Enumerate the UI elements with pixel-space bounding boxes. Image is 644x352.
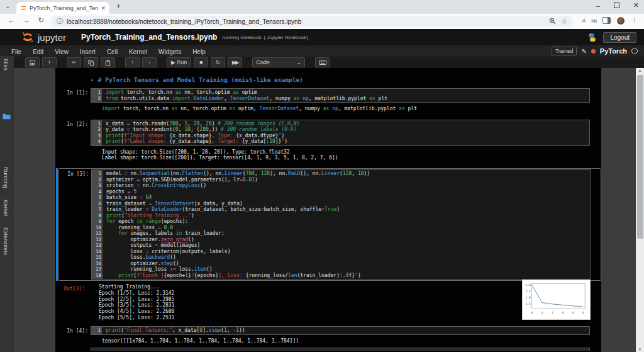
kernel-name[interactable]: PyTorch: [600, 47, 627, 55]
restart-kernel-button[interactable]: ↻: [211, 57, 225, 67]
restart-run-all-button[interactable]: ▶▶: [228, 57, 242, 67]
menu-item-cell[interactable]: Cell: [107, 48, 118, 55]
zoom-icon[interactable]: [549, 16, 556, 27]
menu-item-widgets[interactable]: Widgets: [158, 48, 181, 55]
reload-icon[interactable]: ↻: [38, 16, 44, 25]
back-icon[interactable]: ←: [8, 16, 15, 25]
site-info-icon[interactable]: ⓘ: [57, 17, 63, 26]
profile-avatar[interactable]: [617, 17, 625, 25]
code-text[interactable]: import torch, torch.nn as nn, torch.opti…: [102, 89, 589, 102]
input-prompt: In [1]:: [55, 88, 88, 96]
address-bar[interactable]: ⓘ localhost:8888/notebooks/notetoock_tra…: [52, 16, 572, 27]
code-text[interactable]: model = nn.Sequential(nn.Flatten(), nn.L…: [103, 170, 590, 279]
jupyter-logo-text[interactable]: jupyter: [38, 32, 66, 43]
sidebar-item-kernel[interactable]: Kernel: [3, 200, 9, 216]
loss-plot: 2.82.51.81.5012345: [522, 280, 591, 320]
run-icon: ▶: [171, 59, 175, 65]
code-editor[interactable]: 1 2 3 4 5 6 7 8 9 10 11 12 13 14 15 16 1…: [91, 169, 591, 280]
save-button[interactable]: [25, 57, 40, 67]
cell-type-select[interactable]: Code⌄: [252, 57, 305, 67]
chevron-down-icon: ⌄: [297, 59, 302, 65]
extension-icon[interactable]: ≡ɴ: [591, 18, 596, 24]
menu-item-view[interactable]: View: [55, 48, 69, 55]
scroll-up-icon[interactable]: ▲: [636, 69, 644, 72]
code-cell-1[interactable]: In [1]:1 2import torch, torch.nn as nn, …: [55, 88, 601, 112]
tab-close-icon[interactable]: ✕: [101, 5, 106, 11]
sidebar-item-running[interactable]: Running: [3, 167, 9, 188]
next-cell-partial[interactable]: [91, 348, 590, 351]
trusted-badge: Trained: [552, 47, 577, 55]
line-number-gutter: 1 2: [91, 89, 102, 102]
svg-text:1: 1: [541, 311, 543, 314]
code-text[interactable]: x_data = torch.randn(200, 1, 28, 28) # 2…: [102, 120, 589, 145]
bookmark-star-icon[interactable]: ☆: [561, 18, 567, 26]
folder-icon[interactable]: [3, 113, 11, 120]
collapse-arrow-icon[interactable]: ▾: [91, 77, 94, 83]
extension-icon[interactable]: ≡ʲ: [582, 18, 585, 24]
paste-cell-button[interactable]: [101, 57, 115, 67]
cut-cell-button[interactable]: ✂: [67, 57, 81, 67]
code-editor[interactable]: 1print("Final Tensors:", x_data[0].view(…: [91, 326, 590, 335]
svg-text:5: 5: [582, 311, 584, 314]
input-prompt: In [4]:: [55, 326, 88, 334]
svg-text:2: 2: [552, 311, 553, 314]
menu-item-edit[interactable]: Edit: [33, 48, 43, 55]
command-palette-button[interactable]: [315, 57, 330, 67]
svg-text:4: 4: [572, 311, 574, 314]
menu-item-file[interactable]: File: [11, 48, 21, 55]
add-cell-button[interactable]: +: [42, 57, 57, 67]
line-number-gutter: 1 2 3 4: [91, 120, 102, 145]
code-cell-4[interactable]: In [4]:1print("Final Tensors:", x_data[0…: [55, 326, 601, 344]
forward-icon[interactable]: →: [23, 16, 30, 25]
browser-menu-icon[interactable]: ⋮: [631, 16, 638, 25]
interrupt-kernel-button[interactable]: ■: [194, 57, 208, 67]
tab-title: PyTorch_Training_and_Tensors.: [30, 5, 98, 11]
window-maximize-button[interactable]: [614, 3, 619, 8]
move-cell-down-button[interactable]: ↓: [142, 57, 157, 67]
browser-toolbar: ← → ↻ ⓘ localhost:8888/notebooks/notetoo…: [0, 14, 644, 30]
side-panel-icon[interactable]: [602, 17, 611, 24]
sidebar-item-files[interactable]: Files: [3, 59, 9, 71]
window-minimize-button[interactable]: –: [596, 2, 600, 9]
sidebar-item-extensions[interactable]: Extensions: [3, 227, 9, 255]
cell-output-text: Input shape: torch.Size([200, 1, 28, 28]…: [102, 149, 338, 161]
edit-pencil-icon[interactable]: ✎: [581, 48, 586, 55]
notebook-title[interactable]: PyTorch_Training_and_Tensors.ipynb: [81, 33, 217, 42]
browser-tab-strip: ⌄ PyTorch_Training_and_Tensors. ✕ + – ✕: [0, 0, 644, 14]
kernel-status-dot: [591, 49, 596, 54]
new-tab-button[interactable]: +: [116, 2, 121, 11]
svg-text:2.5: 2.5: [526, 290, 531, 293]
window-close-button[interactable]: ✕: [633, 1, 639, 9]
scroll-down-icon[interactable]: ▼: [636, 348, 644, 351]
output-prompt-empty: [55, 106, 88, 108]
code-editor[interactable]: 1 2 3 4x_data = torch.randn(200, 1, 28, …: [91, 120, 590, 146]
scrollbar-thumb[interactable]: [637, 75, 643, 239]
jupyter-header: jupyter PyTorch_Training_and_Tensors.ipy…: [0, 29, 644, 45]
menu-item-insert[interactable]: Insert: [80, 48, 96, 55]
cell-output-text: import torch, torch.nn as nn, torch.opti…: [102, 106, 417, 112]
python-icon: [587, 33, 597, 42]
line-number-gutter: 1 2 3 4 5 6 7 8 9 10 11 12 13 14 15 16 1…: [92, 170, 103, 279]
notebook-main: Files Running Kernel Extensions ▾# PyTor…: [0, 68, 644, 352]
screen: ⌄ PyTorch_Training_and_Tensors. ✕ + – ✕ …: [0, 0, 644, 352]
menu-item-help[interactable]: Help: [192, 48, 206, 55]
line-number-gutter: 1: [91, 327, 102, 334]
chevron-down-icon[interactable]: ⌄: [5, 3, 10, 9]
browser-tab[interactable]: PyTorch_Training_and_Tensors. ✕: [16, 2, 109, 14]
copy-cell-button[interactable]: [84, 57, 98, 67]
code-text[interactable]: print("Final Tensors:", x_data[0].view(1…: [102, 327, 589, 334]
markdown-cell[interactable]: ▾# PyTorch Tensors and Model Training (m…: [91, 76, 601, 83]
code-cell-3[interactable]: In [3]:1 2 3 4 5 6 7 8 9 10 11 12 13 14 …: [55, 168, 601, 321]
scrollbar[interactable]: ▲ ▼: [636, 68, 644, 352]
code-editor[interactable]: 1 2import torch, torch.nn as nn, torch.o…: [91, 88, 590, 103]
code-cell-2[interactable]: In [2]:1 2 3 4x_data = torch.randn(200, …: [55, 120, 601, 161]
jupyter-favicon: [20, 4, 27, 11]
notebook-subtitle: running notebook: ( Jupyter Notebook): [222, 35, 308, 40]
menu-item-kernel[interactable]: Kernel: [129, 48, 147, 55]
run-button[interactable]: ▶Run: [167, 57, 191, 67]
logout-button[interactable]: Logout: [603, 32, 636, 43]
cell-output-text: tensor([[1x784, 1..784, 1..784, 1..784, …: [102, 338, 299, 344]
svg-text:1.5: 1.5: [526, 302, 531, 305]
move-cell-up-button[interactable]: ↑: [125, 57, 140, 67]
kernel-idle-icon: [631, 48, 638, 54]
